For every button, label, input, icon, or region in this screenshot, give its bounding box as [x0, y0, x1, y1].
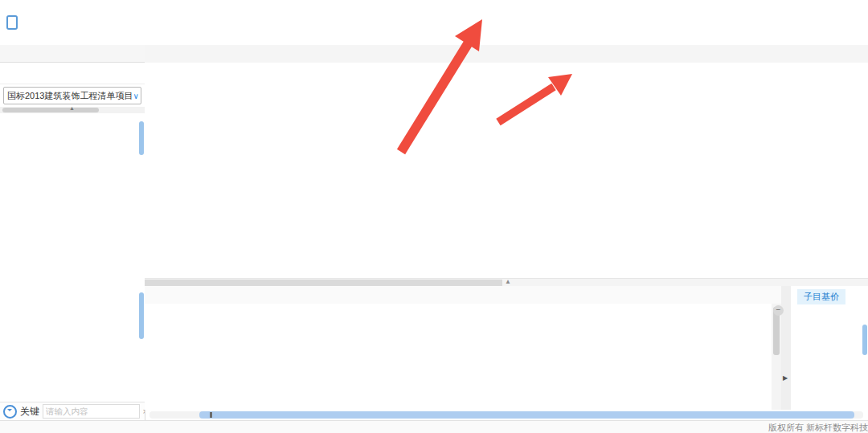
- tree-horizontal-scrollbar[interactable]: ▲: [0, 107, 145, 113]
- toolbar-button-new-doc[interactable]: [0, 2, 24, 43]
- splitter-collapse-mark[interactable]: ▲: [505, 278, 511, 285]
- chevron-down-icon: ∨: [133, 92, 138, 100]
- refresh-icon[interactable]: [3, 405, 17, 419]
- app-window: 国标2013建筑装饰工程清单项目 ∨ ▲ 关键 × ▲ −▶ 子目基价 版权所有…: [0, 0, 868, 433]
- left-filter-buttons: [0, 63, 145, 84]
- unit-base-price-panel: 子目基价: [791, 286, 868, 410]
- keyword-label: 关键: [20, 405, 39, 419]
- scroll-thumb[interactable]: [2, 108, 99, 112]
- standard-library-label: 国标2013建筑装饰工程清单项目: [7, 90, 133, 102]
- bottom-tab-strip: [145, 286, 868, 304]
- resource-grid: [145, 304, 772, 410]
- scroll-up-mark: ▲: [69, 105, 75, 111]
- scroll-tick: [210, 412, 212, 418]
- main-tab-strip: [145, 45, 868, 63]
- grid-toolbar: [145, 63, 868, 81]
- scroll-thumb[interactable]: [199, 411, 854, 419]
- standard-library-dropdown[interactable]: 国标2013建筑装饰工程清单项目 ∨: [3, 87, 141, 104]
- top-toolbar: [0, 0, 868, 46]
- expand-arrow-icon[interactable]: ▶: [783, 374, 788, 382]
- side-panel-scroll-thumb[interactable]: [862, 325, 867, 355]
- panel-divider[interactable]: −▶: [781, 286, 791, 410]
- tab-unit-base-price[interactable]: 子目基价: [797, 289, 845, 304]
- left-sidebar: 国标2013建筑装饰工程清单项目 ∨ ▲ 关键 ×: [0, 45, 145, 420]
- resource-vertical-scrollbar[interactable]: [772, 304, 781, 410]
- new-doc-icon: [3, 14, 21, 31]
- keyword-search-bar: 关键 ×: [0, 402, 145, 420]
- collapse-panel-icon[interactable]: −: [773, 305, 784, 316]
- quota-vertical-scroll-thumb[interactable]: [139, 292, 144, 339]
- resource-horizontal-scrollbar[interactable]: [149, 411, 863, 419]
- boq-grid: [145, 80, 868, 278]
- keyword-search-input[interactable]: [43, 404, 140, 419]
- status-bar: 版权所有 新标杆数字科技: [0, 420, 868, 433]
- copyright-text: 版权所有 新标杆数字科技: [768, 422, 868, 433]
- tree-vertical-scroll-thumb[interactable]: [139, 121, 144, 155]
- scroll-thumb[interactable]: [145, 280, 502, 286]
- left-tab-strip: [0, 45, 145, 63]
